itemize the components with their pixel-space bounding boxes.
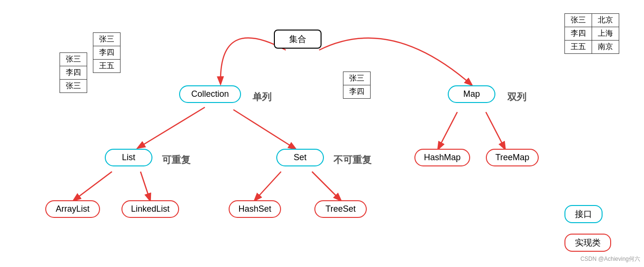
label-single: 单列: [252, 91, 272, 103]
node-arraylist: ArrayList: [45, 200, 100, 218]
node-hashmap: HashMap: [414, 149, 470, 166]
node-jihe: 集合: [274, 30, 322, 49]
watermark: CSDN @Achieving何六: [580, 255, 640, 263]
legend-implementation: 实现类: [564, 234, 611, 252]
node-treemap: TreeMap: [486, 149, 539, 166]
table-row: 张三: [60, 53, 87, 66]
table-top-right: 张三北京 李四上海 王五南京: [564, 13, 619, 54]
table-row: 张三北京: [565, 14, 619, 27]
legend-interface: 接口: [564, 205, 603, 223]
table-row: 李四: [60, 66, 87, 80]
table-top-left-front: 张三 李四 张三: [60, 52, 87, 93]
table-middle: 张三 李四: [343, 72, 371, 99]
node-collection: Collection: [179, 85, 241, 103]
table-row: 王五: [93, 60, 121, 73]
node-list: List: [105, 149, 152, 166]
label-repeatable: 可重复: [162, 154, 191, 166]
table-row: 李四: [93, 46, 121, 60]
node-linkedlist: LinkedList: [121, 200, 179, 218]
table-row: 张三: [343, 72, 371, 85]
table-row: 李四上海: [565, 27, 619, 41]
node-set: Set: [276, 149, 324, 166]
table-row: 王五南京: [565, 41, 619, 54]
table-row: 李四: [343, 85, 371, 99]
table-row: 张三: [93, 33, 121, 46]
diagram: 集合 Collection 单列 Map 双列 List 可重复 Set 不可重…: [0, 0, 644, 267]
table-top-left-back: 张三 李四 王五: [93, 32, 121, 73]
node-map: Map: [448, 85, 495, 103]
node-hashset: HashSet: [229, 200, 281, 218]
label-not-repeatable: 不可重复: [333, 154, 372, 166]
node-treeset: TreeSet: [314, 200, 367, 218]
label-double: 双列: [507, 91, 526, 103]
table-row: 张三: [60, 80, 87, 93]
